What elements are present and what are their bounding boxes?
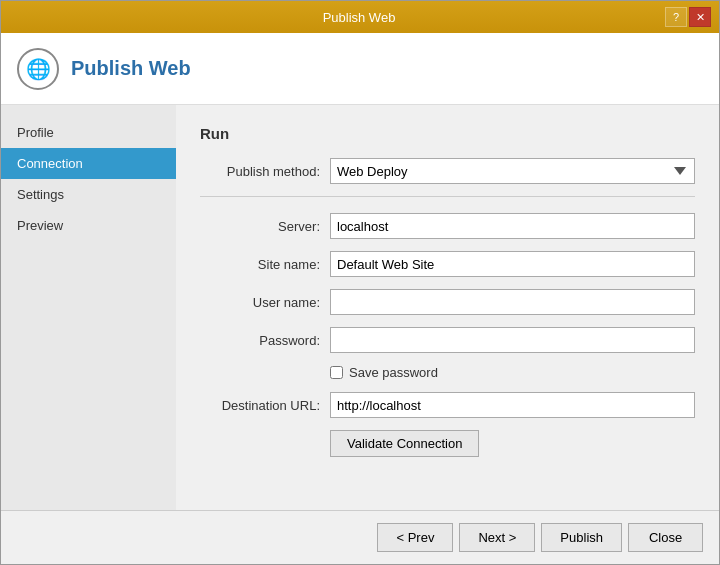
sidebar-item-connection[interactable]: Connection — [1, 148, 176, 179]
save-password-checkbox[interactable] — [330, 366, 343, 379]
header-icon: 🌐 — [17, 48, 59, 90]
window-title: Publish Web — [53, 10, 665, 25]
title-bar-controls: ? ✕ — [665, 7, 711, 27]
help-button[interactable]: ? — [665, 7, 687, 27]
sidebar-item-preview[interactable]: Preview — [1, 210, 176, 241]
server-label: Server: — [200, 219, 330, 234]
close-window-button[interactable]: ✕ — [689, 7, 711, 27]
destination-url-label: Destination URL: — [200, 398, 330, 413]
destination-url-input[interactable] — [330, 392, 695, 418]
sidebar-item-profile[interactable]: Profile — [1, 117, 176, 148]
save-password-label: Save password — [349, 365, 438, 380]
destination-url-row: Destination URL: — [200, 392, 695, 418]
publish-web-dialog: Publish Web ? ✕ 🌐 Publish Web Profile Co… — [0, 0, 720, 565]
publish-button[interactable]: Publish — [541, 523, 622, 552]
user-name-input[interactable] — [330, 289, 695, 315]
section-title: Run — [200, 125, 695, 142]
form-separator — [200, 196, 695, 197]
publish-method-label: Publish method: — [200, 164, 330, 179]
validate-row: Validate Connection — [330, 430, 695, 457]
header-area: 🌐 Publish Web — [1, 33, 719, 105]
site-name-input[interactable] — [330, 251, 695, 277]
password-row: Password: — [200, 327, 695, 353]
user-name-label: User name: — [200, 295, 330, 310]
server-row: Server: — [200, 213, 695, 239]
publish-method-row: Publish method: Web Deploy Web Deploy Pa… — [200, 158, 695, 184]
user-name-row: User name: — [200, 289, 695, 315]
next-button[interactable]: Next > — [459, 523, 535, 552]
content-area: Run Publish method: Web Deploy Web Deplo… — [176, 105, 719, 510]
publish-method-select[interactable]: Web Deploy Web Deploy Package FTP File S… — [330, 158, 695, 184]
site-name-label: Site name: — [200, 257, 330, 272]
password-input[interactable] — [330, 327, 695, 353]
footer: < Prev Next > Publish Close — [1, 510, 719, 564]
prev-button[interactable]: < Prev — [377, 523, 453, 552]
globe-icon: 🌐 — [26, 57, 51, 81]
server-input[interactable] — [330, 213, 695, 239]
site-name-row: Site name: — [200, 251, 695, 277]
password-label: Password: — [200, 333, 330, 348]
main-content: Profile Connection Settings Preview Run … — [1, 105, 719, 510]
sidebar: Profile Connection Settings Preview — [1, 105, 176, 510]
header-title: Publish Web — [71, 57, 191, 80]
sidebar-item-settings[interactable]: Settings — [1, 179, 176, 210]
title-bar: Publish Web ? ✕ — [1, 1, 719, 33]
close-button[interactable]: Close — [628, 523, 703, 552]
validate-connection-button[interactable]: Validate Connection — [330, 430, 479, 457]
save-password-row: Save password — [330, 365, 695, 380]
